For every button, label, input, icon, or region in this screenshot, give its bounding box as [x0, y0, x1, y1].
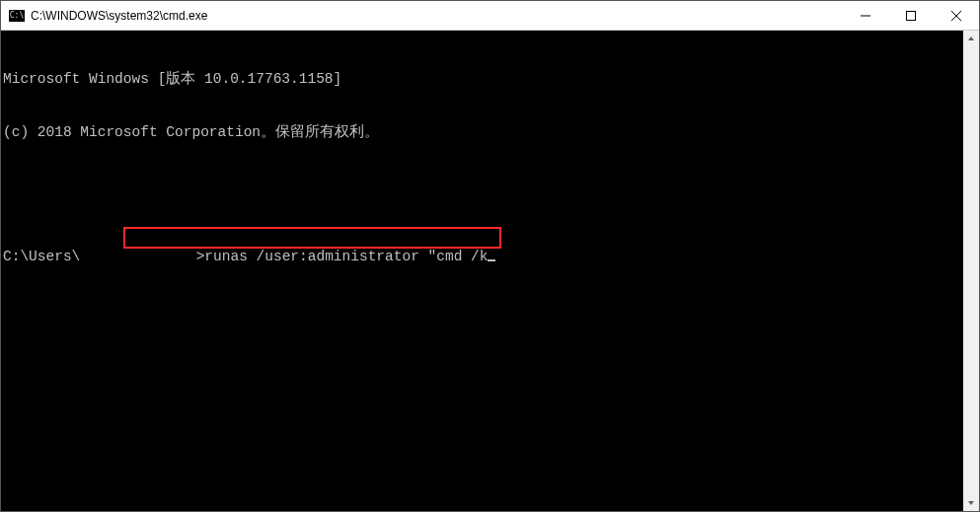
scroll-up-button[interactable] [963, 31, 979, 46]
prompt-path: C:\Users\ [3, 248, 80, 265]
window-titlebar: C:\ C:\WINDOWS\system32\cmd.exe [1, 1, 979, 31]
scroll-down-button[interactable] [963, 495, 979, 511]
highlighted-command-box: >runas /user:administrator "cmd /k [123, 227, 501, 249]
terminal[interactable]: Microsoft Windows [版本 10.0.17763.1158] (… [1, 31, 979, 511]
minimize-button[interactable] [843, 1, 888, 30]
redacted-username [68, 230, 121, 248]
terminal-output: Microsoft Windows [版本 10.0.17763.1158] (… [1, 31, 963, 511]
text-cursor [488, 259, 495, 261]
output-line: Microsoft Windows [版本 10.0.17763.1158] [3, 70, 961, 88]
svg-rect-1 [907, 11, 916, 20]
svg-marker-5 [968, 501, 974, 505]
blank-line [3, 177, 961, 194]
window-title: C:\WINDOWS\system32\cmd.exe [31, 9, 843, 23]
command-text: >runas /user:administrator "cmd /k [196, 249, 489, 264]
close-button[interactable] [934, 1, 979, 30]
maximize-button[interactable] [888, 1, 934, 30]
prompt-line: C:\Users\ >runas /user:administrator "cm… [3, 230, 961, 248]
window-controls [843, 1, 979, 30]
svg-marker-4 [968, 37, 974, 40]
output-line: (c) 2018 Microsoft Corporation。保留所有权利。 [3, 123, 961, 141]
cmd-icon: C:\ [9, 10, 25, 22]
